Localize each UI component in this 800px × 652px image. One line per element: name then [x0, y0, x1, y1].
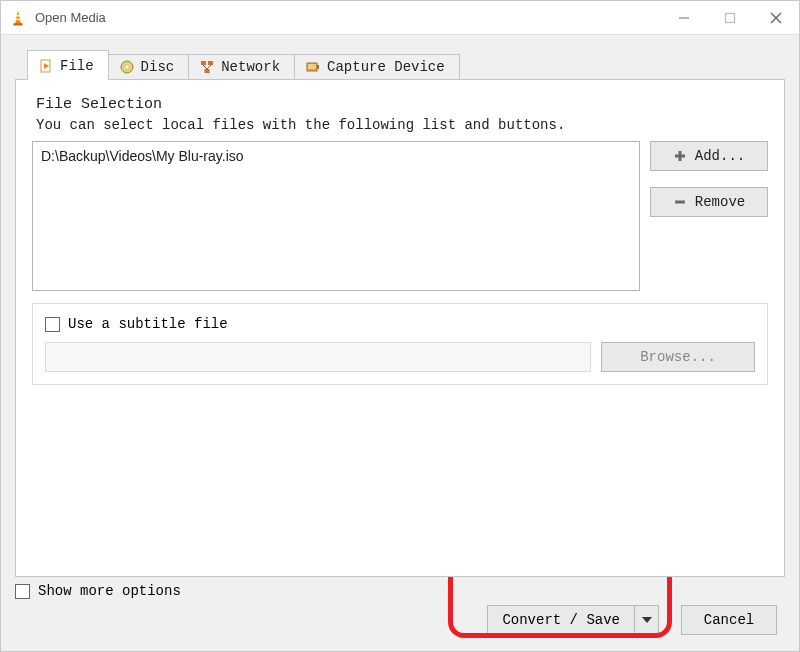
subtitle-checkbox-row: Use a subtitle file [45, 316, 755, 332]
tab-capture[interactable]: Capture Device [294, 54, 460, 79]
tab-network[interactable]: Network [188, 54, 295, 79]
file-list-buttons: Add... Remove [650, 141, 768, 217]
file-selection-hint: You can select local files with the foll… [36, 117, 768, 133]
tab-disc-label: Disc [141, 59, 175, 75]
file-icon [38, 58, 54, 74]
tab-strip: File Disc Network [27, 49, 785, 79]
browse-button[interactable]: Browse... [601, 342, 755, 372]
svg-rect-2 [726, 13, 735, 22]
remove-button[interactable]: Remove [650, 187, 768, 217]
minus-icon [673, 195, 687, 209]
add-button[interactable]: Add... [650, 141, 768, 171]
show-more-row: Show more options [15, 583, 785, 599]
tab-capture-label: Capture Device [327, 59, 445, 75]
disc-icon [119, 59, 135, 75]
network-icon [199, 59, 215, 75]
cancel-button[interactable]: Cancel [681, 605, 777, 635]
tab-panel-file: File Selection You can select local file… [15, 79, 785, 577]
svg-rect-16 [317, 65, 319, 69]
tab-file[interactable]: File [27, 50, 109, 80]
subtitle-checkbox[interactable] [45, 317, 60, 332]
tab-network-label: Network [221, 59, 280, 75]
show-more-label: Show more options [38, 583, 181, 599]
tab-disc[interactable]: Disc [108, 54, 190, 79]
svg-rect-15 [308, 64, 316, 69]
svg-line-13 [207, 65, 211, 69]
file-selection-row: D:\Backup\Videos\My Blu-ray.iso Add... [32, 141, 768, 291]
dialog-actions: Convert / Save Cancel [15, 599, 785, 643]
subtitle-browse-row: Browse... [45, 342, 755, 372]
file-selection-group: File Selection You can select local file… [32, 96, 768, 291]
open-media-dialog: Open Media File [0, 0, 800, 652]
svg-rect-11 [205, 69, 210, 73]
dialog-content: File Disc Network [1, 35, 799, 651]
svg-point-8 [125, 66, 128, 69]
svg-rect-0 [14, 23, 23, 25]
browse-button-label: Browse... [640, 349, 716, 365]
vlc-cone-icon [9, 9, 27, 27]
svg-line-12 [203, 65, 207, 69]
convert-save-button[interactable]: Convert / Save [487, 605, 659, 635]
subtitle-checkbox-label: Use a subtitle file [68, 316, 228, 332]
window-controls [661, 1, 799, 34]
file-list[interactable]: D:\Backup\Videos\My Blu-ray.iso [32, 141, 640, 291]
add-button-label: Add... [695, 148, 745, 164]
tab-file-label: File [60, 58, 94, 74]
show-more-checkbox[interactable] [15, 584, 30, 599]
window-title: Open Media [35, 10, 661, 25]
cancel-button-label: Cancel [704, 612, 754, 628]
close-button[interactable] [753, 1, 799, 34]
minimize-button[interactable] [661, 1, 707, 34]
tabs-container: File Disc Network [15, 49, 785, 577]
convert-save-label: Convert / Save [487, 605, 635, 635]
file-selection-label: File Selection [36, 96, 768, 113]
capture-device-icon [305, 59, 321, 75]
subtitle-path-input[interactable] [45, 342, 591, 372]
title-bar: Open Media [1, 1, 799, 35]
svg-rect-9 [201, 61, 206, 65]
maximize-button[interactable] [707, 1, 753, 34]
remove-button-label: Remove [695, 194, 745, 210]
plus-icon [673, 149, 687, 163]
chevron-down-icon [642, 617, 652, 623]
svg-rect-10 [208, 61, 213, 65]
svg-marker-20 [642, 617, 652, 623]
subtitle-group: Use a subtitle file Browse... [32, 303, 768, 385]
file-list-item[interactable]: D:\Backup\Videos\My Blu-ray.iso [41, 148, 631, 164]
convert-save-dropdown-arrow[interactable] [635, 605, 659, 635]
